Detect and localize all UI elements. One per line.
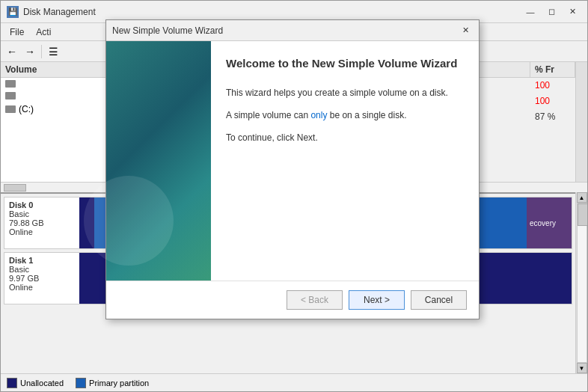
wizard-dialog: New Simple Volume Wizard ✕ Welcome to th…: [105, 19, 480, 319]
wizard-sidebar: [106, 41, 211, 281]
disk-1-label: Disk 1 Basic 9.97 GB Online: [4, 253, 79, 304]
wizard-desc-1: This wizard helps you create a simple vo…: [226, 86, 464, 99]
volume-label: (C:): [19, 104, 34, 114]
window-title: Disk Management: [23, 7, 521, 17]
disk-0-name: Disk 0: [9, 200, 75, 209]
menu-file[interactable]: File: [4, 25, 30, 39]
disk-area-scrollbar: ▲ ▼: [575, 192, 587, 373]
forward-button[interactable]: →: [22, 43, 38, 60]
legend-primary-color: [76, 378, 86, 388]
recovery-label: ecovery: [530, 219, 556, 227]
disk-0-status: Online: [9, 227, 75, 236]
drive-icon: [5, 80, 16, 88]
wizard-footer: < Back Next > Cancel: [106, 281, 479, 319]
legend-unallocated-color: [7, 378, 17, 388]
cell-percent: 87 %: [530, 109, 575, 124]
disk-scroll-down[interactable]: ▼: [577, 363, 587, 373]
disk-1-name: Disk 1: [9, 256, 75, 265]
cell-percent: 100: [530, 94, 575, 108]
partition-recovery[interactable]: ecovery: [527, 197, 572, 248]
legend-primary-label: Primary partition: [89, 379, 149, 388]
wizard-content: Welcome to the New Simple Volume Wizard …: [211, 41, 479, 281]
wizard-sidebar-decoration: [84, 176, 174, 266]
disk-0-size: 79.88 GB: [9, 218, 75, 227]
disk-scroll-track: [577, 203, 587, 363]
h-scrollbar-thumb: [4, 184, 26, 192]
wizard-heading: Welcome to the New Simple Volume Wizard: [226, 56, 464, 71]
back-button[interactable]: ←: [4, 43, 20, 60]
table-scrollbar[interactable]: [575, 62, 587, 182]
disk-scroll-up[interactable]: ▲: [577, 192, 587, 203]
window-controls: — ◻ ✕: [521, 4, 581, 19]
main-window: 💾 Disk Management — ◻ ✕ File Acti ← → ☰ …: [0, 0, 588, 392]
menu-action[interactable]: Acti: [30, 25, 57, 39]
wizard-title: New Simple Volume Wizard: [112, 25, 458, 36]
wizard-link[interactable]: only: [310, 110, 327, 120]
disk-0-type: Basic: [9, 209, 75, 218]
close-button[interactable]: ✕: [563, 4, 581, 19]
legend-unallocated-label: Unallocated: [20, 379, 64, 388]
disk-0-label: Disk 0 Basic 79.88 GB Online: [4, 197, 79, 248]
legend-primary: Primary partition: [76, 378, 149, 388]
next-button[interactable]: Next >: [349, 290, 405, 310]
toolbar-separator: [41, 45, 42, 58]
wizard-desc-2: A simple volume can only be on a single …: [226, 108, 464, 122]
legend-bar: Unallocated Primary partition: [1, 373, 587, 391]
back-button[interactable]: < Back: [287, 290, 343, 310]
col-header-percent: % Fr: [530, 62, 575, 77]
legend-unallocated: Unallocated: [7, 378, 64, 388]
minimize-button[interactable]: —: [521, 4, 539, 19]
wizard-title-bar: New Simple Volume Wizard ✕: [106, 20, 479, 41]
restore-button[interactable]: ◻: [542, 4, 560, 19]
cell-percent: 100: [530, 78, 575, 93]
disk-scroll-thumb[interactable]: [578, 203, 588, 226]
disk-1-status: Online: [9, 283, 75, 292]
wizard-body: Welcome to the New Simple Volume Wizard …: [106, 41, 479, 281]
wizard-desc-3: To continue, click Next.: [226, 131, 464, 144]
cancel-button[interactable]: Cancel: [411, 290, 467, 310]
disk-1-size: 9.97 GB: [9, 274, 75, 283]
drive-icon: [5, 92, 16, 99]
drive-icon: [5, 105, 16, 113]
toolbar-action-button[interactable]: ☰: [45, 43, 61, 60]
app-icon: 💾: [7, 6, 19, 18]
wizard-desc-1-text: This wizard helps you create a simple vo…: [226, 88, 448, 98]
wizard-close-button[interactable]: ✕: [458, 24, 473, 37]
disk-1-type: Basic: [9, 265, 75, 274]
